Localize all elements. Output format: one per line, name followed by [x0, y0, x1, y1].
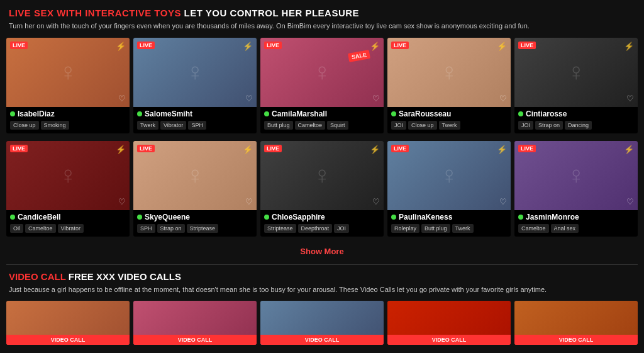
heart-icon[interactable]: ♡ [499, 94, 507, 103]
model-card[interactable]: ♀LIVE⚡♡SaraRousseauJOIClose upTwerk [387, 38, 511, 133]
model-name: SaraRousseau [399, 109, 451, 118]
live-badge: LIVE [264, 145, 282, 152]
model-tag[interactable]: Anal sex [551, 224, 579, 233]
video-call-description: Just because a girl happens to be offlin… [9, 284, 635, 295]
flash-icon: ⚡ [624, 145, 634, 154]
model-name: PaulinaKeness [399, 213, 452, 221]
hero-title: LIVE SEX WITH INTERACTIVE TOYS LET YOU C… [9, 8, 635, 18]
models-grid-row1: ♀LIVE⚡♡IsabelDiazClose upSmoking♀LIVE⚡♡S… [0, 34, 644, 137]
heart-icon[interactable]: ♡ [118, 94, 126, 103]
flash-icon: ⚡ [497, 145, 507, 154]
model-tag[interactable]: Smoking [41, 121, 69, 130]
live-badge: LIVE [264, 42, 282, 49]
flash-icon: ⚡ [497, 42, 507, 51]
model-card[interactable]: ♀LIVE⚡♡JasminMonroeCameltoeAnal sex [514, 141, 638, 237]
model-tag[interactable]: Close up [408, 121, 437, 130]
heart-icon[interactable]: ♡ [626, 197, 634, 206]
video-call-card[interactable]: VIDEO CALL [6, 301, 130, 345]
model-tag[interactable]: Deepthroat [298, 224, 333, 233]
heart-icon[interactable]: ♡ [245, 94, 253, 103]
model-tag[interactable]: SPH [137, 224, 155, 233]
model-tag[interactable]: Strap on [535, 121, 563, 130]
online-indicator [10, 111, 15, 116]
online-indicator [391, 111, 396, 116]
flash-icon: ⚡ [243, 145, 253, 154]
flash-icon: ⚡ [370, 42, 380, 51]
flash-icon: ⚡ [243, 42, 253, 51]
models-grid-row2: ♀LIVE⚡♡CandiceBellOilCameltoeVibrator♀LI… [0, 137, 644, 240]
online-indicator [391, 215, 396, 220]
live-badge: LIVE [10, 42, 28, 49]
model-card[interactable]: ♀LIVE⚡♡ChloeSapphireStripteaseDeepthroat… [260, 141, 384, 237]
model-card[interactable]: ♀LIVE⚡♡PaulinaKenessRoleplayButt plugTwe… [387, 141, 511, 237]
model-name: ChloeSapphire [272, 213, 325, 221]
live-badge: LIVE [391, 42, 409, 49]
video-call-section: VIDEO CALL FREE XXX VIDEO CALLS Just bec… [0, 265, 644, 298]
flash-icon: ⚡ [370, 145, 380, 154]
show-more-button[interactable]: Show More [300, 247, 343, 256]
model-name: Cintiarosse [526, 109, 567, 118]
model-tag[interactable]: Striptease [187, 224, 219, 233]
heart-icon[interactable]: ♡ [372, 197, 380, 206]
model-name: IsabelDiaz [18, 109, 55, 118]
model-tag[interactable]: Twerk [439, 121, 460, 130]
model-tag[interactable]: JOI [391, 121, 406, 130]
heart-icon[interactable]: ♡ [245, 197, 253, 206]
model-tag[interactable]: Striptease [264, 224, 296, 233]
video-call-badge: VIDEO CALL [260, 335, 384, 345]
heart-icon[interactable]: ♡ [499, 197, 507, 206]
hero-description: Turn her on with the touch of your finge… [9, 21, 635, 31]
model-tag[interactable]: Vibrator [58, 224, 84, 233]
model-tag[interactable]: Cameltoe [295, 121, 326, 130]
model-tag[interactable]: Butt plug [421, 224, 450, 233]
model-card[interactable]: ♀LIVESALE⚡♡CamilaMarshallButt plugCamelt… [260, 38, 384, 133]
model-card[interactable]: ♀LIVE⚡♡SalomeSmihtTwerkVibratorSPH [133, 38, 257, 133]
heart-icon[interactable]: ♡ [372, 94, 380, 103]
flash-icon: ⚡ [624, 42, 634, 51]
model-name: CandiceBell [18, 213, 61, 221]
model-tag[interactable]: Cameltoe [25, 224, 56, 233]
live-badge: LIVE [137, 42, 155, 49]
model-card[interactable]: ♀LIVE⚡♡CandiceBellOilCameltoeVibrator [6, 141, 130, 237]
model-tag[interactable]: Squirt [327, 121, 348, 130]
model-card[interactable]: ♀LIVE⚡♡SkyeQueeneSPHStrap onStriptease [133, 141, 257, 237]
model-tag[interactable]: Oil [10, 224, 23, 233]
model-tag[interactable]: Twerk [137, 121, 158, 130]
online-indicator [264, 111, 269, 116]
live-badge: LIVE [10, 145, 28, 152]
heart-icon[interactable]: ♡ [626, 94, 634, 103]
live-badge: LIVE [391, 145, 409, 152]
online-indicator [518, 111, 523, 116]
model-name: SalomeSmiht [145, 109, 192, 118]
model-card[interactable]: ♀LIVE⚡♡CintiarosseJOIStrap onDancing [514, 38, 638, 133]
model-tag[interactable]: SPH [188, 121, 206, 130]
model-tag[interactable]: Twerk [452, 224, 474, 233]
video-call-card[interactable]: VIDEO CALL [260, 301, 384, 345]
model-tag[interactable]: Vibrator [160, 121, 186, 130]
model-tag[interactable]: Close up [10, 121, 39, 130]
model-tag[interactable]: Dancing [565, 121, 592, 130]
video-call-badge: VIDEO CALL [387, 335, 511, 345]
flash-icon: ⚡ [116, 145, 126, 154]
video-call-card[interactable]: VIDEO CALL [133, 301, 257, 345]
model-tag[interactable]: JOI [334, 224, 349, 233]
hero-section: LIVE SEX WITH INTERACTIVE TOYS LET YOU C… [0, 0, 644, 34]
model-tag[interactable]: Roleplay [391, 224, 419, 233]
online-indicator [264, 215, 269, 220]
video-call-card[interactable]: VIDEO CALL [514, 301, 638, 345]
video-call-badge: VIDEO CALL [133, 335, 257, 345]
model-tag[interactable]: Cameltoe [518, 224, 549, 233]
heart-icon[interactable]: ♡ [118, 197, 126, 206]
show-more-row: Show More [0, 240, 644, 264]
online-indicator [137, 111, 142, 116]
video-call-card[interactable]: VIDEO CALL [387, 301, 511, 345]
model-tag[interactable]: Strap on [157, 224, 185, 233]
model-tag[interactable]: Butt plug [264, 121, 293, 130]
video-call-badge: VIDEO CALL [514, 335, 638, 345]
video-call-title: VIDEO CALL FREE XXX VIDEO CALLS [9, 271, 635, 282]
model-tag[interactable]: JOI [518, 121, 533, 130]
online-indicator [10, 215, 15, 220]
online-indicator [518, 215, 523, 220]
model-card[interactable]: ♀LIVE⚡♡IsabelDiazClose upSmoking [6, 38, 130, 133]
video-call-grid: VIDEO CALLVIDEO CALLVIDEO CALLVIDEO CALL… [0, 297, 644, 351]
